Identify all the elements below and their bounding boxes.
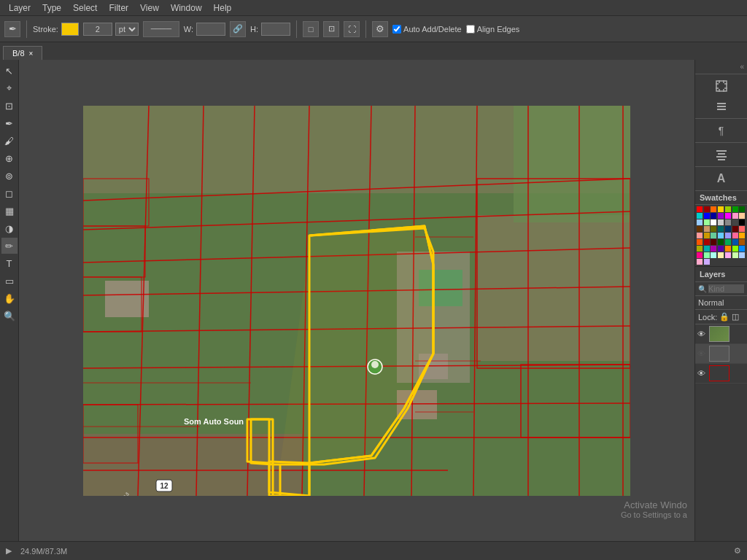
- layer-item-2[interactable]: 👁: [695, 344, 747, 364]
- height-input[interactable]: [261, 23, 290, 36]
- canvas-area[interactable]: Som Auto Soun 12 12 ทาง ถนนสมเด็จ-มุกดาห…: [19, 60, 694, 541]
- shape-tool[interactable]: ▭: [1, 273, 18, 289]
- eyedropper-tool[interactable]: ✒: [1, 115, 18, 131]
- swatch[interactable]: [697, 213, 703, 219]
- swatch[interactable]: [739, 233, 745, 238]
- auto-add-delete-checkbox[interactable]: [392, 25, 401, 34]
- pen-tool-icon[interactable]: ✒: [4, 21, 20, 37]
- character-icon[interactable]: A: [710, 168, 733, 189]
- align-icon[interactable]: [710, 144, 733, 165]
- status-options-icon[interactable]: ⚙: [734, 546, 741, 556]
- swatch[interactable]: [711, 219, 716, 225]
- swatch[interactable]: [732, 246, 738, 252]
- menu-help[interactable]: Help: [208, 1, 238, 15]
- line-style-icon[interactable]: ────: [143, 21, 179, 37]
- layer-eye-2[interactable]: 👁: [697, 349, 708, 358]
- swatch[interactable]: [697, 226, 703, 232]
- swatch[interactable]: [718, 246, 724, 252]
- stroke-unit-select[interactable]: pt: [115, 23, 139, 36]
- layer-item-1[interactable]: 👁: [695, 324, 747, 344]
- swatch[interactable]: [711, 246, 716, 252]
- swatch[interactable]: [718, 239, 724, 245]
- swatch[interactable]: [732, 239, 738, 245]
- swatch[interactable]: [732, 219, 738, 225]
- swatch[interactable]: [725, 226, 731, 232]
- layer-eye-3[interactable]: 👁: [697, 369, 708, 378]
- lasso-tool[interactable]: ⌖: [1, 80, 18, 96]
- panel-collapse-icon[interactable]: «: [740, 63, 744, 71]
- swatch[interactable]: [704, 252, 710, 258]
- swatch[interactable]: [697, 206, 703, 212]
- swatch[interactable]: [725, 213, 731, 219]
- menu-select[interactable]: Select: [67, 1, 103, 15]
- swatch[interactable]: [725, 239, 731, 245]
- swatch[interactable]: [704, 246, 710, 252]
- align-edges-checkbox[interactable]: [466, 25, 475, 34]
- swatch[interactable]: [725, 206, 731, 212]
- swatch[interactable]: [711, 226, 716, 232]
- gradient-tool[interactable]: ▦: [1, 203, 18, 219]
- swatch[interactable]: [725, 246, 731, 252]
- swatch[interactable]: [697, 246, 703, 252]
- status-arrow[interactable]: ▶: [6, 546, 12, 556]
- swatch[interactable]: [704, 213, 710, 219]
- menu-view[interactable]: View: [134, 1, 165, 15]
- swatch[interactable]: [697, 259, 703, 265]
- layers-mode-dropdown[interactable]: Normal: [695, 296, 747, 310]
- swatch[interactable]: [739, 226, 745, 232]
- swatch[interactable]: [739, 239, 745, 245]
- shape-icon-3[interactable]: ⛶: [344, 21, 360, 37]
- swatch[interactable]: [704, 226, 710, 232]
- properties-icon[interactable]: [710, 96, 733, 117]
- swatch[interactable]: [732, 213, 738, 219]
- auto-add-delete-checkbox-label[interactable]: Auto Add/Delete: [392, 25, 462, 34]
- swatch[interactable]: [711, 213, 716, 219]
- swatch[interactable]: [697, 233, 703, 238]
- layer-eye-1[interactable]: 👁: [697, 330, 708, 338]
- swatch[interactable]: [704, 206, 710, 212]
- clone-tool[interactable]: ⊕: [1, 150, 18, 166]
- lock-partial-icon[interactable]: ◫: [732, 312, 739, 322]
- text-tool[interactable]: T: [1, 255, 18, 271]
- paragraph-icon[interactable]: ¶: [710, 120, 733, 141]
- align-edges-checkbox-label[interactable]: Align Edges: [466, 25, 520, 34]
- swatch[interactable]: [704, 259, 710, 265]
- swatch[interactable]: [697, 239, 703, 245]
- swatch[interactable]: [725, 252, 731, 258]
- menu-type[interactable]: Type: [36, 1, 67, 15]
- swatch[interactable]: [725, 219, 731, 225]
- swatch[interactable]: [739, 219, 745, 225]
- swatch[interactable]: [697, 252, 703, 258]
- swatch[interactable]: [732, 206, 738, 212]
- swatch[interactable]: [725, 233, 731, 238]
- history-tool[interactable]: ⊚: [1, 168, 18, 184]
- settings-icon[interactable]: ⚙: [372, 21, 388, 37]
- swatch[interactable]: [704, 239, 710, 245]
- swatch[interactable]: [718, 206, 724, 212]
- swatch[interactable]: [718, 219, 724, 225]
- menu-layer[interactable]: Layer: [3, 1, 36, 15]
- eraser-tool[interactable]: ◻: [1, 185, 18, 201]
- tab-close-button[interactable]: ×: [29, 50, 34, 58]
- swatch[interactable]: [718, 252, 724, 258]
- brush-tool[interactable]: 🖌: [1, 133, 18, 149]
- link-icon[interactable]: 🔗: [230, 21, 246, 37]
- lock-icon[interactable]: 🔒: [719, 312, 729, 322]
- hand-tool[interactable]: ✋: [1, 290, 18, 306]
- swatch[interactable]: [718, 233, 724, 238]
- zoom-tool[interactable]: 🔍: [1, 308, 18, 324]
- swatch[interactable]: [732, 226, 738, 232]
- swatch[interactable]: [739, 213, 745, 219]
- swatch[interactable]: [704, 233, 710, 238]
- dodge-tool[interactable]: ◑: [1, 220, 18, 236]
- pen-tool[interactable]: ✏: [1, 238, 18, 254]
- stroke-width-input[interactable]: [83, 23, 112, 36]
- swatch[interactable]: [697, 219, 703, 225]
- swatch[interactable]: [739, 206, 745, 212]
- menu-window[interactable]: Window: [165, 1, 208, 15]
- swatch[interactable]: [711, 206, 716, 212]
- width-input[interactable]: [196, 23, 225, 36]
- swatch[interactable]: [711, 252, 716, 258]
- swatch[interactable]: [711, 239, 716, 245]
- stroke-color-swatch[interactable]: [61, 23, 79, 36]
